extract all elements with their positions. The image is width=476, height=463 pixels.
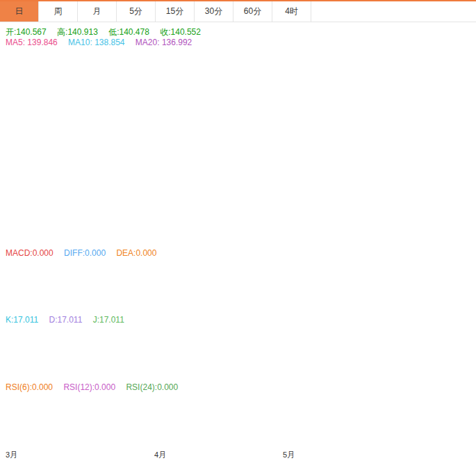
tab-4hour[interactable]: 4时 <box>272 1 311 22</box>
kdj-row: K:17.011 D:17.011 J:17.011 <box>6 315 133 325</box>
dea-value: DEA:0.000 <box>116 248 156 258</box>
period-toolbar: 日 周 月 5分 15分 30分 60分 4时 <box>0 1 476 22</box>
xaxis-label-april: 4月 <box>154 450 166 460</box>
ma10-value: MA10: 138.854 <box>68 38 124 47</box>
tab-5min[interactable]: 5分 <box>117 1 156 22</box>
close-value: 收:140.552 <box>160 27 201 37</box>
ma-row: MA5: 139.846 MA10: 138.854 MA20: 136.992 <box>6 38 200 47</box>
rsi24-value: RSI(24):0.000 <box>126 382 178 392</box>
tab-day[interactable]: 日 <box>0 1 39 22</box>
macd-value: MACD:0.000 <box>6 248 54 258</box>
tab-month[interactable]: 月 <box>78 1 117 22</box>
ohlc-row: 开:140.567 高:140.913 低:140.478 收:140.552 <box>6 26 209 38</box>
trading-chart-app: 日 周 月 5分 15分 30分 60分 4时 开:140.567 高:140.… <box>0 0 476 463</box>
open-value: 开:140.567 <box>6 27 47 37</box>
low-value: 低:140.478 <box>108 27 149 37</box>
rsi6-value: RSI(6):0.000 <box>6 382 53 392</box>
rsi12-value: RSI(12):0.000 <box>63 382 115 392</box>
tab-week[interactable]: 周 <box>39 1 78 22</box>
ma20-value: MA20: 136.992 <box>136 38 192 47</box>
xaxis-label-may: 5月 <box>283 450 295 460</box>
macd-row: MACD:0.000 DIFF:0.000 DEA:0.000 <box>6 248 165 258</box>
diff-value: DIFF:0.000 <box>64 248 106 258</box>
tab-30min[interactable]: 30分 <box>195 1 233 22</box>
rsi-row: RSI(6):0.000 RSI(12):0.000 RSI(24):0.000 <box>6 382 186 392</box>
ma5-value: MA5: 139.846 <box>6 38 58 47</box>
d-value: D:17.011 <box>49 315 83 325</box>
j-value: J:17.011 <box>93 315 124 325</box>
tab-15min[interactable]: 15分 <box>156 1 195 22</box>
k-value: K:17.011 <box>6 315 38 325</box>
xaxis-label-march: 3月 <box>6 450 17 460</box>
high-value: 高:140.913 <box>57 27 98 37</box>
tab-60min[interactable]: 60分 <box>233 1 272 22</box>
